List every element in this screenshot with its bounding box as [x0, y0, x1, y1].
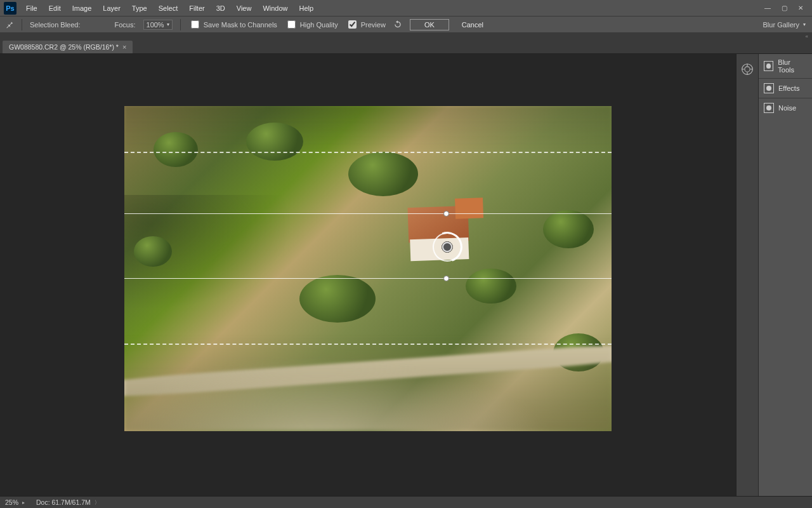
high-quality-checkbox[interactable]: High Quality [285, 18, 338, 30]
preview-input[interactable] [348, 20, 357, 29]
reset-icon[interactable] [393, 20, 402, 30]
menu-window[interactable]: Window [257, 2, 293, 15]
focus-value: 100% [147, 21, 164, 29]
zoom-level[interactable]: 25% [5, 498, 18, 506]
menu-edit[interactable]: Edit [43, 2, 67, 15]
blur-gallery-panel: Blur Tools Effects Noise [758, 54, 812, 496]
chevron-down-icon: ▾ [803, 22, 806, 27]
focus-label: Focus: [115, 21, 136, 29]
tilt-shift-focus-top-line[interactable] [124, 213, 612, 214]
document-canvas[interactable] [124, 106, 612, 431]
tilt-shift-outer-top-line[interactable] [124, 152, 612, 153]
panel-collapse-row: « [0, 33, 812, 39]
expand-panels-icon[interactable]: « [806, 34, 808, 39]
selection-bleed-label: Selection Bleed: [30, 21, 81, 29]
menu-type[interactable]: Type [126, 2, 153, 15]
cc-libraries-icon[interactable] [741, 63, 754, 77]
save-mask-input[interactable] [191, 20, 199, 29]
chevron-down-icon: ▾ [167, 22, 169, 27]
window-maximize-icon[interactable]: ▢ [780, 4, 788, 12]
save-mask-label: Save Mask to Channels [204, 21, 277, 29]
panel-icon [764, 83, 774, 93]
high-quality-input[interactable] [287, 20, 296, 29]
menu-file[interactable]: File [20, 2, 43, 15]
tilt-shift-blur-ring[interactable] [433, 232, 462, 262]
menu-image[interactable]: Image [67, 2, 98, 15]
svg-point-1 [745, 67, 750, 72]
panel-label: Noise [778, 104, 796, 112]
menu-layer[interactable]: Layer [97, 2, 126, 15]
document-title: GW088580.CR2 @ 25% (RGB/16*) * [9, 43, 119, 51]
panel-icon [764, 61, 773, 71]
canvas-area[interactable] [0, 54, 736, 496]
ok-button[interactable]: OK [410, 19, 449, 30]
status-bar: 25% ▸ Doc: 61.7M/61.7M 〉 [0, 496, 812, 508]
window-close-icon[interactable]: ✕ [797, 4, 804, 12]
pin-icon[interactable] [5, 20, 14, 30]
app-logo: Ps [4, 2, 16, 15]
panel-label: Blur Tools [778, 58, 807, 74]
panel-label: Effects [778, 84, 799, 92]
panel-effects[interactable]: Effects [759, 78, 812, 98]
menu-bar: Ps File Edit Image Layer Type Select Fil… [0, 0, 812, 16]
preview-label: Preview [361, 21, 386, 29]
panel-blur-tools[interactable]: Blur Tools [759, 54, 812, 78]
doc-info-dropdown-icon[interactable]: 〉 [95, 499, 100, 506]
zoom-dropdown-icon[interactable]: ▸ [22, 500, 25, 505]
workspace-switcher[interactable]: Blur Gallery ▾ [763, 21, 806, 29]
document-tab[interactable]: GW088580.CR2 @ 25% (RGB/16*) * × [3, 41, 133, 53]
menu-help[interactable]: Help [294, 2, 320, 15]
menu-select[interactable]: Select [153, 2, 184, 15]
tilt-shift-outer-bottom-line[interactable] [124, 344, 612, 345]
workspace-label: Blur Gallery [763, 21, 799, 29]
cancel-button[interactable]: Cancel [457, 20, 488, 30]
doc-size: Doc: 61.7M/61.7M [36, 498, 91, 506]
save-mask-checkbox[interactable]: Save Mask to Channels [188, 18, 277, 30]
menu-filter[interactable]: Filter [183, 2, 210, 15]
photo-content [124, 106, 612, 431]
tilt-shift-top-handle[interactable] [443, 211, 449, 217]
preview-checkbox[interactable]: Preview [346, 18, 386, 30]
menu-view[interactable]: View [231, 2, 258, 15]
options-bar: Selection Bleed: Focus: 100% ▾ Save Mask… [0, 16, 812, 33]
window-minimize-icon[interactable]: — [764, 4, 771, 12]
document-tab-bar: GW088580.CR2 @ 25% (RGB/16*) * × [0, 39, 812, 54]
panel-icon [764, 103, 774, 113]
tilt-shift-focus-bottom-line[interactable] [124, 278, 612, 279]
menu-3d[interactable]: 3D [211, 2, 231, 15]
close-tab-icon[interactable]: × [122, 43, 126, 51]
panel-noise[interactable]: Noise [759, 98, 812, 117]
collapsed-panel-dock [736, 54, 758, 496]
focus-dropdown[interactable]: 100% ▾ [143, 20, 173, 30]
high-quality-label: High Quality [300, 21, 338, 29]
